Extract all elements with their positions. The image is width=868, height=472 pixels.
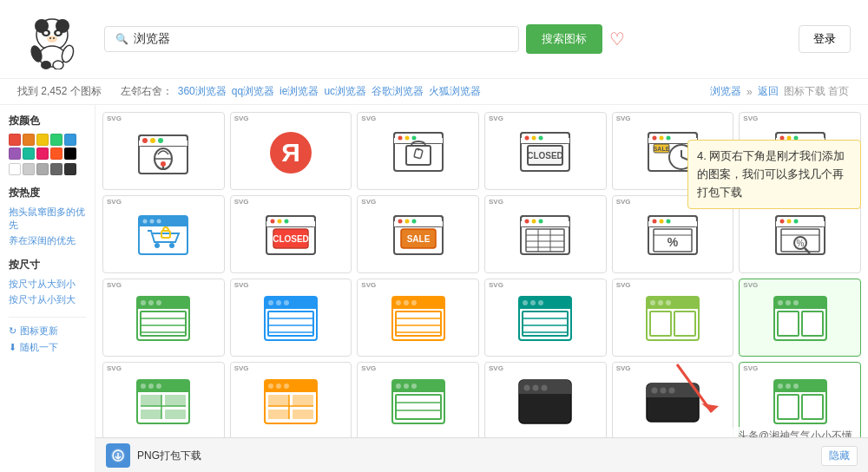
svg-point-181 bbox=[141, 384, 146, 389]
hide-button[interactable]: 隐藏 bbox=[821, 446, 858, 466]
svg-point-9 bbox=[53, 37, 55, 39]
breadcrumb-back[interactable]: 返回 bbox=[758, 84, 779, 99]
color-swatch-black[interactable] bbox=[64, 148, 76, 160]
svg-badge: SVG bbox=[234, 115, 249, 122]
icon-green-browser3[interactable]: SVG bbox=[739, 279, 861, 357]
icon-image: Я bbox=[263, 126, 319, 178]
search-button[interactable]: 搜索图标 bbox=[526, 24, 602, 54]
icon-orange-browser1[interactable]: SVG bbox=[357, 279, 479, 357]
annotation-box: 4. 网页右下角是刚才我们添加的图案，我们可以多找几个再打包下载 bbox=[687, 140, 861, 209]
sidebar-color-section: 按颜色 bbox=[9, 114, 86, 175]
icon-browser-table[interactable]: SVG bbox=[484, 195, 607, 273]
svg-rect-197 bbox=[293, 395, 313, 406]
svg-point-174 bbox=[786, 300, 791, 305]
icon-image bbox=[645, 292, 700, 344]
subheader: 找到 2,452 个图标 左邻右舍： 360浏览器 qq浏览器 ie浏览器 uc… bbox=[0, 79, 868, 105]
related-link-360[interactable]: 360浏览器 bbox=[178, 84, 227, 99]
svg-point-227 bbox=[786, 384, 791, 389]
icon-image: CLOSED bbox=[517, 126, 573, 178]
icon-image bbox=[391, 376, 446, 428]
color-swatch-deeporange[interactable] bbox=[50, 148, 62, 160]
svg-point-85 bbox=[398, 219, 402, 223]
color-swatch-teal[interactable] bbox=[23, 148, 35, 160]
color-swatch-gray[interactable] bbox=[36, 163, 49, 175]
svg-badge: SVG bbox=[489, 364, 503, 372]
main: 按颜色 按热度 抱头鼠窜图多 bbox=[0, 105, 868, 472]
color-swatch-blue[interactable] bbox=[64, 134, 76, 146]
icon-closed-browser[interactable]: SVG CLOSED bbox=[484, 112, 607, 190]
color-swatch-verydark[interactable] bbox=[64, 163, 76, 175]
svg-badge: SVG bbox=[616, 115, 631, 122]
icon-green-browser2[interactable]: SVG bbox=[612, 279, 734, 357]
icon-yandex[interactable]: SVG Я bbox=[230, 112, 352, 190]
sidebar-rare-first[interactable]: 养在深闺的优先 bbox=[9, 234, 86, 247]
svg-point-214 bbox=[524, 385, 530, 391]
color-swatch-lightgray[interactable] bbox=[23, 163, 35, 175]
icon-image bbox=[773, 376, 828, 428]
color-grid bbox=[9, 134, 86, 160]
svg-badge: SVG bbox=[361, 115, 376, 122]
icon-browser-tags[interactable]: SVG bbox=[357, 112, 479, 190]
color-swatch-green[interactable] bbox=[50, 134, 62, 146]
related-link-uc[interactable]: uc浏览器 bbox=[324, 84, 366, 99]
svg-badge: SVG bbox=[234, 198, 249, 206]
svg-point-226 bbox=[778, 384, 783, 389]
svg-rect-196 bbox=[268, 395, 289, 406]
svg-badge: SVG bbox=[234, 281, 249, 289]
svg-rect-198 bbox=[268, 410, 289, 419]
icon-image: % bbox=[773, 209, 828, 261]
sidebar-update-button[interactable]: ↻ 图标更新 bbox=[9, 324, 86, 338]
related-link-qq[interactable]: qq浏览器 bbox=[232, 84, 274, 99]
svg-point-14 bbox=[53, 61, 63, 69]
favorite-icon[interactable]: ♡ bbox=[609, 29, 625, 49]
icon-browser-location[interactable]: SVG bbox=[102, 112, 225, 190]
color-swatch-red[interactable] bbox=[9, 134, 21, 146]
icon-image bbox=[391, 126, 446, 178]
color-swatch-white[interactable] bbox=[9, 163, 21, 175]
svg-point-165 bbox=[650, 300, 655, 305]
related-link-firefox[interactable]: 火狐浏览器 bbox=[429, 84, 481, 99]
breadcrumb-browser[interactable]: 浏览器 bbox=[710, 84, 741, 99]
color-swatch-darkgray[interactable] bbox=[50, 163, 62, 175]
icon-teal-browser[interactable]: SVG bbox=[484, 279, 607, 357]
sidebar-popular-first[interactable]: 抱头鼠窜图多的优先 bbox=[9, 206, 86, 232]
svg-point-105 bbox=[652, 219, 656, 223]
svg-point-77 bbox=[270, 219, 274, 223]
sidebar-update-label: 图标更新 bbox=[20, 324, 58, 338]
svg-point-13 bbox=[41, 61, 51, 69]
svg-point-228 bbox=[793, 384, 799, 389]
svg-point-38 bbox=[525, 135, 529, 140]
color-swatch-yellow[interactable] bbox=[36, 134, 49, 146]
login-button[interactable]: 登录 bbox=[799, 25, 851, 53]
svg-badge: SVG bbox=[616, 198, 631, 206]
svg-point-193 bbox=[268, 384, 273, 389]
annotation-text: 4. 网页右下角是刚才我们添加的图案，我们可以多找几个再打包下载 bbox=[697, 149, 845, 199]
breadcrumb: 浏览器 » 返回 图标下载 首页 bbox=[710, 84, 851, 99]
svg-badge: SVG bbox=[107, 364, 122, 372]
svg-rect-184 bbox=[141, 395, 161, 406]
icon-green-browser1[interactable]: SVG bbox=[102, 279, 225, 357]
download-bar-left: PNG打包下载 bbox=[106, 443, 201, 468]
color-swatch-purple[interactable] bbox=[9, 148, 21, 160]
svg-point-23 bbox=[161, 161, 166, 167]
color-swatch-orange[interactable] bbox=[23, 134, 35, 146]
related-link-google[interactable]: 谷歌浏览器 bbox=[372, 84, 424, 99]
svg-point-68 bbox=[143, 219, 148, 223]
svg-point-29 bbox=[398, 135, 402, 140]
svg-badge: SVG bbox=[107, 198, 122, 206]
icon-blue-browser1[interactable]: SVG bbox=[230, 279, 352, 357]
search-input[interactable] bbox=[134, 32, 508, 46]
icon-browser-cart[interactable]: SVG bbox=[102, 195, 225, 273]
download-icon bbox=[106, 443, 130, 468]
icon-closed-red[interactable]: SVG CLOSED bbox=[230, 195, 352, 273]
sidebar-random-button[interactable]: ⬇ 随机一下 bbox=[9, 341, 86, 354]
sidebar-random-label: 随机一下 bbox=[20, 341, 58, 354]
icon-sale-orange[interactable]: SVG SALE bbox=[357, 195, 479, 273]
svg-point-48 bbox=[666, 135, 670, 140]
download-label: PNG打包下载 bbox=[137, 449, 201, 463]
related-link-ie[interactable]: ie浏览器 bbox=[279, 84, 319, 99]
refresh-icon: ↻ bbox=[9, 325, 16, 337]
sidebar-size-desc[interactable]: 按尺寸从大到小 bbox=[9, 278, 86, 291]
sidebar-size-asc[interactable]: 按尺寸从小到大 bbox=[9, 293, 86, 306]
color-swatch-pink[interactable] bbox=[36, 148, 49, 160]
